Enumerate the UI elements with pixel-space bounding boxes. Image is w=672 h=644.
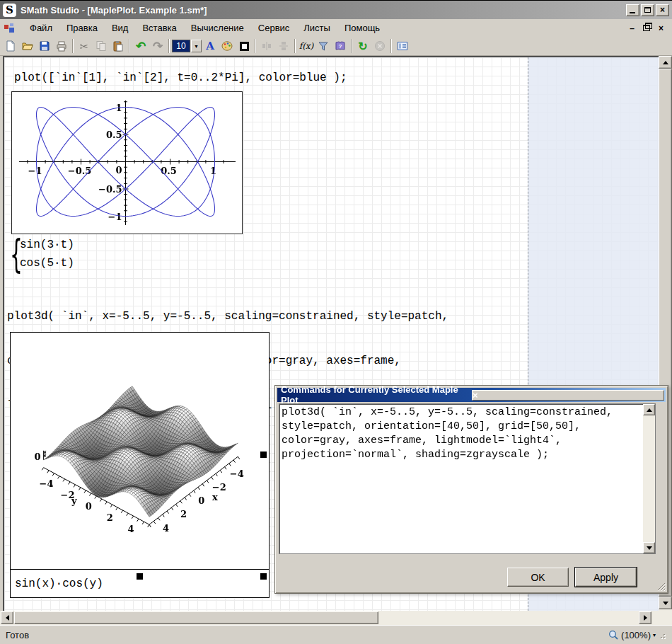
funnel-icon bbox=[318, 40, 329, 52]
scroll-down-button[interactable] bbox=[659, 597, 672, 609]
zoom-level[interactable]: (100%) bbox=[621, 630, 651, 640]
arrow-down-icon bbox=[647, 546, 652, 550]
arrow-up-icon bbox=[647, 408, 652, 412]
new-file-button[interactable] bbox=[2, 38, 19, 54]
surface-plot-area bbox=[11, 333, 269, 570]
dialog-title-bar[interactable]: Commands for Currently Selected Maple Pl… bbox=[277, 388, 666, 402]
maximize-button[interactable] bbox=[641, 4, 654, 16]
palette-icon bbox=[221, 40, 233, 52]
horizontal-scrollbar[interactable] bbox=[0, 611, 652, 625]
scroll-right-button[interactable] bbox=[639, 611, 651, 624]
toolbar-separator bbox=[255, 39, 256, 53]
align-vertical-icon bbox=[278, 40, 289, 52]
plot3d-region[interactable]: sin(x)·cos(y) bbox=[10, 332, 270, 598]
commands-textarea[interactable]: plot3d( `in`, x=-5..5, y=-5..5, scaling=… bbox=[282, 406, 641, 552]
align-horizontal-button bbox=[258, 38, 275, 54]
close-button[interactable]: × bbox=[656, 4, 669, 16]
title-bar[interactable]: S SMath Studio - [MaplePlot. Example 1.s… bbox=[0, 1, 672, 19]
scrollbar-corner bbox=[652, 611, 672, 625]
scroll-up-button[interactable] bbox=[643, 404, 655, 415]
toolbar-separator bbox=[390, 39, 392, 53]
document-icon bbox=[4, 23, 16, 33]
close-icon: × bbox=[473, 390, 664, 401]
dialog-title: Commands for Currently Selected Maple Pl… bbox=[281, 384, 472, 406]
new-file-icon bbox=[5, 40, 16, 52]
window-resize-grip-icon bbox=[658, 631, 666, 640]
selection-handle-bottom[interactable] bbox=[137, 573, 143, 580]
mdi-restore-icon[interactable] bbox=[643, 25, 650, 31]
interrupt-button bbox=[371, 38, 388, 54]
print-button[interactable] bbox=[53, 38, 70, 54]
help-book-icon: ? bbox=[335, 40, 346, 52]
menu-tools[interactable]: Сервис bbox=[251, 21, 297, 35]
apply-button[interactable]: Apply bbox=[575, 568, 637, 587]
plot2d-command-text[interactable]: plot([`in`[1], `in`[2], t=0..2*Pi], colo… bbox=[14, 71, 347, 84]
options-button[interactable] bbox=[394, 38, 411, 54]
menu-edit[interactable]: Правка bbox=[59, 21, 105, 35]
menu-bar: Файл Правка Вид Вставка Вычисление Серви… bbox=[0, 19, 672, 37]
copy-icon bbox=[95, 40, 107, 52]
options-list-icon bbox=[397, 40, 408, 52]
mdi-close-icon[interactable]: × bbox=[659, 23, 664, 33]
border-square-icon bbox=[240, 42, 249, 51]
arrow-right-icon bbox=[644, 615, 647, 621]
font-color-icon: A bbox=[206, 40, 214, 52]
toolbar-separator bbox=[72, 39, 74, 53]
zoom-control[interactable]: (100%) ▾ bbox=[608, 630, 666, 640]
align-horizontal-icon bbox=[261, 40, 272, 52]
cut-button: ✂ bbox=[76, 38, 93, 54]
menu-calculation[interactable]: Вычисление bbox=[184, 21, 251, 35]
toolbar-separator bbox=[168, 39, 170, 53]
font-size-dropdown-button[interactable]: ▼ bbox=[191, 40, 202, 52]
insert-function-button[interactable]: f(x) bbox=[298, 38, 315, 54]
dialog-scrollbar[interactable] bbox=[643, 404, 655, 553]
stop-icon bbox=[374, 40, 386, 52]
minimize-button[interactable] bbox=[626, 4, 639, 16]
borders-button[interactable] bbox=[236, 38, 253, 54]
scroll-up-button[interactable] bbox=[659, 56, 672, 69]
status-bar: Готов (100%) ▾ bbox=[0, 625, 672, 644]
recalculate-button[interactable]: ↻ bbox=[354, 38, 371, 54]
dialog-close-button[interactable]: × bbox=[472, 390, 664, 401]
scroll-left-button[interactable] bbox=[1, 611, 13, 624]
mdi-minimize-icon[interactable]: – bbox=[630, 23, 635, 33]
paste-button[interactable] bbox=[110, 38, 127, 54]
smath-studio-window: S SMath Studio - [MaplePlot. Example 1.s… bbox=[0, 0, 672, 644]
window-title: SMath Studio - [MaplePlot. Example 1.sm*… bbox=[21, 5, 626, 16]
plot2d-region[interactable] bbox=[11, 91, 243, 234]
menu-view[interactable]: Вид bbox=[105, 21, 136, 35]
system-brace: { bbox=[10, 234, 16, 274]
resize-grip[interactable] bbox=[656, 582, 666, 591]
refresh-icon: ↻ bbox=[358, 40, 367, 53]
surface-plot bbox=[11, 333, 267, 568]
background-color-button[interactable] bbox=[219, 38, 236, 54]
undo-button[interactable]: ↶ bbox=[132, 38, 149, 54]
menu-file[interactable]: Файл bbox=[23, 21, 59, 35]
scissors-icon: ✂ bbox=[80, 41, 89, 52]
ok-button[interactable]: OK bbox=[507, 568, 569, 587]
maximize-icon bbox=[644, 7, 651, 13]
horizontal-scroll-thumb[interactable] bbox=[14, 611, 378, 624]
reference-book-button[interactable]: ? bbox=[332, 38, 349, 54]
save-floppy-icon bbox=[39, 40, 50, 52]
selection-handle-right[interactable] bbox=[260, 452, 267, 458]
save-button[interactable] bbox=[36, 38, 53, 54]
svg-text:?: ? bbox=[339, 43, 342, 50]
menu-sheets[interactable]: Листы bbox=[296, 21, 337, 35]
toolbar-separator bbox=[129, 39, 130, 53]
close-icon: × bbox=[660, 6, 665, 14]
open-folder-icon bbox=[22, 40, 33, 52]
arrow-down-icon bbox=[663, 602, 668, 605]
zoom-dropdown-icon[interactable]: ▾ bbox=[653, 632, 656, 638]
function-icon: f(x) bbox=[299, 41, 314, 51]
system-definition[interactable]: { sin(3·t) cos(5·t) bbox=[10, 234, 74, 274]
open-file-button[interactable] bbox=[19, 38, 36, 54]
font-size-input[interactable]: 10 bbox=[172, 40, 190, 52]
scroll-down-button[interactable] bbox=[643, 542, 655, 553]
plot3d-code-line: plot3d( `in`, x=-5..5, y=-5..5, scaling=… bbox=[7, 309, 448, 324]
filter-button[interactable] bbox=[315, 38, 332, 54]
menu-help[interactable]: Помощь bbox=[337, 21, 387, 35]
selection-handle-bottom-right[interactable] bbox=[260, 573, 267, 580]
font-color-button[interactable]: A bbox=[202, 38, 219, 54]
menu-insert[interactable]: Вставка bbox=[135, 21, 183, 35]
